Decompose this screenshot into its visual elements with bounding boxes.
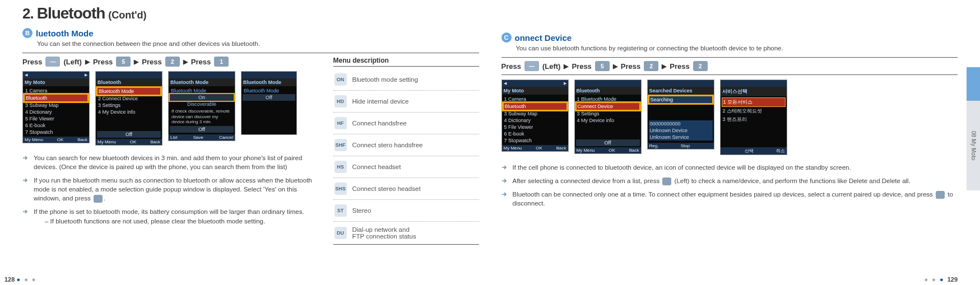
arrow-right-icon: ▶ — [662, 63, 666, 70]
phone-softkey: 취소 — [776, 148, 785, 154]
soft-key-icon: — — [45, 57, 60, 67]
side-tab-label: 08 My Moto — [967, 101, 980, 190]
phone-row: 4 Dictionary — [503, 117, 567, 124]
subhead-connect-device: C onnect Device — [501, 32, 958, 43]
bullet-arrow-icon — [501, 191, 508, 198]
phone-screenshot: ◀▶ My Moto 1 Camera Bluetooth 3 Subway M… — [22, 71, 90, 143]
phone-row: 1 Camera — [503, 96, 567, 102]
phone-screenshot: Bluetooth Bluetooth Mode 2 Connect Devic… — [95, 71, 162, 146]
phone-title: Bluetooth Mode — [241, 78, 296, 86]
stereo-headset-icon: SHS — [335, 183, 347, 195]
menu-description-header: Menu description — [333, 57, 479, 67]
page-number: 128 — [4, 276, 15, 283]
circle-letter-icon: C — [501, 32, 512, 43]
page-number-right: ● ● ● 129 — [925, 276, 958, 283]
screenshot-row: ◀▶ My Moto 1 Camera Bluetooth 3 Subway M… — [501, 80, 958, 155]
menu-description-list: ONBluetooth mode setting HDHide internal… — [333, 69, 479, 245]
press-left: (Left) — [542, 62, 561, 71]
list-item: If the phone is set to bluetooth mode, i… — [22, 207, 322, 225]
dialup-icon: DU — [335, 227, 347, 239]
arrow-right-icon: ▶ — [613, 63, 617, 70]
list-item: DUDial-up network and FTP connection sta… — [333, 222, 479, 245]
phone-softkey: Reg. — [649, 143, 659, 148]
phone-softkey: Back — [77, 137, 87, 142]
phone-title: Bluetooth — [575, 87, 641, 95]
divider — [501, 74, 958, 75]
phone-row: Bluetooth Mode — [243, 87, 295, 94]
menu-item-label: Connect headset — [352, 163, 401, 170]
phone-softkey: Stop — [681, 143, 690, 148]
phone-row: 3 Settings — [576, 110, 640, 117]
phone-softkey: OK — [130, 139, 137, 144]
arrow-right-icon: ▶ — [183, 58, 188, 66]
phone-softkey: My Menu — [25, 137, 43, 142]
dots-icon: ● ● ● — [16, 276, 36, 283]
arrow-right-icon: ▶ — [85, 58, 90, 66]
phone-title: My Moto — [502, 87, 568, 95]
page-number-left: 128 ● ● ● — [4, 276, 36, 283]
phone-softkey: Save — [193, 135, 203, 140]
phone-row: Unknown Service — [649, 134, 713, 141]
phone-row: 3 Subway Map — [503, 110, 567, 117]
phone-row: 1 Bluetooth Mode — [576, 96, 640, 102]
phone-row: 2 Connect Device — [97, 95, 161, 102]
bullet-text: If the cell phone is connected to blueto… — [513, 163, 851, 172]
menu-item-label: Connect stereo headset — [352, 185, 421, 192]
phone-row: 4 My Device info — [97, 109, 161, 115]
phone-off-bar: Off — [97, 131, 161, 138]
menu-item-label: Hide internal device — [352, 98, 409, 105]
phone-row: 3 Settings — [97, 102, 161, 109]
heading-number: 2. — [22, 5, 34, 22]
list-item: If you run the bluetooth menu such as co… — [22, 176, 322, 203]
press-word: Press — [93, 58, 113, 66]
bullet-text: If the phone is set to bluetooth mode, i… — [34, 207, 304, 225]
phone-screenshot: Bluetooth Mode Bluetooth Mode Off — [241, 71, 297, 135]
side-tab-accent — [967, 67, 980, 101]
phone-softkey: Cancel — [219, 135, 233, 140]
phone-row-highlighted: Bluetooth — [24, 94, 88, 102]
phone-row: 4 Dictionary — [24, 109, 88, 115]
press-word: Press — [621, 62, 640, 71]
phone-row: Bluetooth Mode — [170, 87, 234, 94]
arrow-right-icon: ▶ — [134, 58, 138, 66]
list-item: SHSConnect stereo headset — [333, 178, 479, 200]
phone-softkey: OK — [57, 137, 64, 142]
phone-softkey: Back — [629, 148, 639, 153]
phone-row: Off — [243, 94, 295, 101]
press-word: Press — [191, 58, 211, 66]
bullet-arrow-icon — [22, 208, 29, 215]
hide-device-icon: HD — [335, 95, 347, 108]
heading-contd: (Cont'd) — [108, 10, 146, 21]
phone-title: Searched Devices — [648, 87, 714, 95]
phone-softkey: My Menu — [97, 139, 116, 144]
press-word: Press — [572, 62, 591, 71]
divider — [22, 53, 479, 53]
ok-key-icon — [936, 191, 945, 199]
phone-softkey: Back — [556, 146, 566, 151]
phone-row: Discoverable — [170, 101, 234, 108]
list-item: You can search for new bluetooth devices… — [22, 153, 322, 171]
phone-softkey: 선택 — [745, 148, 754, 154]
press-word: Press — [501, 62, 521, 71]
phone-row-highlighted: Searching — [649, 96, 713, 104]
menu-item-label: Connect handsfree — [352, 120, 407, 127]
list-item: SHFConnect stero handsfree — [333, 134, 479, 156]
list-item: HSConnect headset — [333, 156, 479, 178]
phone-softkey: Back — [150, 139, 160, 144]
list-item: If the cell phone is connected to blueto… — [501, 163, 958, 172]
list-item: HDHide internal device — [333, 91, 479, 113]
press-sequence: Press — (Left) ▶ Press 5 ▶ Press 2 ▶ Pre… — [22, 57, 322, 67]
bullet-arrow-icon — [22, 177, 29, 184]
phone-softkey: OK — [536, 146, 542, 151]
intro-text: You can set the connection between the p… — [37, 40, 479, 47]
key-icon: 2 — [644, 61, 658, 71]
intro-text: You can use bluetooth functions by regis… — [516, 45, 958, 52]
bullet-text-part: If you run the bluetooth menu such as co… — [34, 177, 312, 202]
press-sequence: Press — (Left) ▶ Press 5 ▶ Press 2 ▶ Pre… — [501, 61, 958, 71]
phone-row: 00000000000 — [649, 120, 713, 127]
phone-off-bar: Off — [170, 126, 234, 133]
phone-row: 7 Stopwatch — [503, 137, 567, 144]
phone-row: 1 Camera — [24, 87, 88, 94]
phone-off-bar: Off — [576, 139, 640, 146]
press-word: Press — [670, 62, 689, 71]
